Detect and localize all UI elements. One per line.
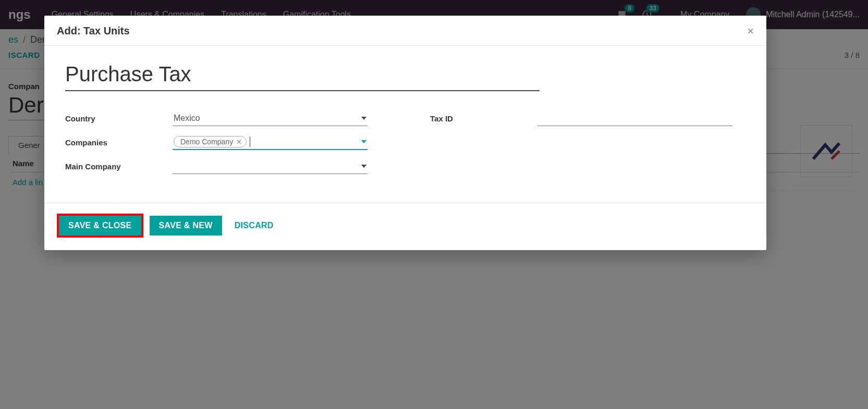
modal-footer: SAVE & CLOSE SAVE & NEW DISCARD	[44, 203, 766, 250]
remove-tag-icon[interactable]: ✕	[236, 138, 242, 146]
country-select[interactable]	[173, 110, 368, 126]
tax-unit-name-input[interactable]	[65, 60, 540, 91]
main-company-label: Main Company	[65, 162, 173, 171]
country-input[interactable]	[174, 114, 358, 123]
modal-header: Add: Tax Units ×	[44, 16, 766, 46]
save-new-button[interactable]: SAVE & NEW	[150, 216, 222, 236]
companies-label: Companies	[65, 138, 173, 147]
field-main-company: Main Company	[65, 158, 368, 175]
field-companies: Companies Demo Company ✕	[65, 134, 368, 151]
tax-id-input-wrap[interactable]	[537, 110, 732, 126]
chevron-down-icon	[361, 140, 366, 143]
tax-id-input[interactable]	[539, 114, 731, 123]
field-country: Country	[65, 110, 368, 127]
modal-body: Country Companies Demo Company ✕	[44, 46, 766, 203]
chevron-down-icon	[361, 165, 366, 168]
country-label: Country	[65, 114, 173, 123]
text-cursor	[250, 137, 250, 147]
field-tax-id: Tax ID	[430, 110, 732, 127]
chevron-down-icon	[361, 117, 366, 120]
discard-button[interactable]: DISCARD	[228, 216, 280, 236]
modal-title: Add: Tax Units	[57, 25, 130, 37]
companies-select[interactable]: Demo Company ✕	[173, 134, 368, 150]
company-tag: Demo Company ✕	[174, 136, 247, 147]
close-icon[interactable]: ×	[747, 26, 754, 37]
company-tag-label: Demo Company	[180, 138, 233, 146]
tax-id-label: Tax ID	[430, 114, 537, 123]
save-close-button[interactable]: SAVE & CLOSE	[57, 214, 143, 238]
add-tax-units-modal: Add: Tax Units × Country Companies De	[44, 16, 766, 250]
main-company-input[interactable]	[174, 162, 358, 171]
main-company-select[interactable]	[173, 158, 368, 174]
